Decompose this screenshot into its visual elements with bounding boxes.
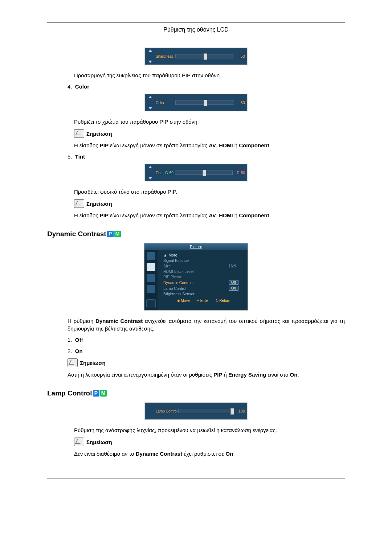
tint-label: Tint [156, 171, 165, 175]
lamp-track[interactable] [178, 409, 234, 413]
dynamic-note-label: Σημείωση [80, 360, 106, 366]
lamp-control-title-row: Lamp Control P M [47, 389, 345, 397]
t: είναι ενεργή μόνον σε τρόπο λειτουργίας [109, 212, 209, 218]
t: AV [209, 212, 216, 218]
tint-desc: Προσθέτει φυσικό τόνο στο παράθυρο PIP. [74, 188, 345, 196]
triangle-up-icon: ▲ [163, 253, 167, 257]
color-slider[interactable]: Color 50 [144, 94, 248, 111]
return-icon: ↻ [216, 299, 219, 303]
sharpness-thumb[interactable] [204, 53, 207, 60]
osd-row-dynamic-contrast[interactable]: Dynamic Contrast : Off [163, 280, 244, 285]
color-note-label: Σημείωση [86, 131, 112, 137]
color-num: 4. [68, 83, 72, 90]
t: Αυτή η λειτουργία είναι απενεργοποιημένη… [68, 372, 213, 378]
sharpness-value: 50 [237, 54, 245, 58]
t: . [233, 451, 234, 457]
note-icon [74, 129, 84, 138]
tint-track[interactable] [175, 171, 233, 175]
t: . [269, 212, 271, 218]
osd-tab-icon[interactable] [146, 299, 156, 308]
note-icon [68, 358, 78, 367]
dynamic-block: Η ρύθμιση Dynamic Contrast ανιχνεύει αυτ… [47, 317, 345, 378]
sharpness-block: Προσαρμογή της ευκρίνειας του παράθυρου … [47, 71, 345, 79]
lamp-block: Ρύθμιση της ανάστροφης λυχνίας, προκειμέ… [47, 426, 345, 457]
note-icon [74, 199, 84, 208]
lamp-slider[interactable]: Lamp Control 100 [144, 402, 248, 420]
lamp-control-title: Lamp Control [47, 389, 92, 397]
osd-row-label: Dynamic Contrast [163, 280, 226, 285]
dynamic-contrast-title: Dynamic Contrast [47, 230, 106, 238]
tint-g-value: 50 [170, 171, 173, 175]
t: Δεν είναι διαθέσιμο αν το [74, 451, 136, 457]
osd-tab-icon[interactable] [147, 252, 155, 260]
sharpness-desc: Προσαρμογή της ευκρίνειας του παράθυρου … [74, 71, 345, 79]
arrow-up-icon [148, 166, 152, 168]
page-title: Ρύθμιση της οθόνης LCD [47, 26, 345, 33]
t: Component [239, 212, 269, 218]
dynamic-list1: 1. Off [68, 336, 345, 344]
option-off: Off [75, 337, 83, 343]
color-heading-row: 4. Color [47, 83, 345, 90]
t: Dynamic Contrast [95, 318, 143, 324]
dynamic-osd-menu: Picture ▲ More Signal Balance Size [144, 243, 248, 311]
sharpness-slider-widget: Sharpness 50 [144, 48, 248, 65]
osd-menu-title: Picture [144, 243, 248, 250]
lamp-note2-text: Δεν είναι διαθέσιμο αν το Dynamic Contra… [74, 450, 345, 457]
osd-row-brightness-sensor[interactable]: Brightness Sensor [163, 292, 244, 296]
osd-row-label: HDMI Black Level [163, 269, 244, 274]
t: HDMI [219, 212, 233, 218]
tint-num: 5. [68, 153, 72, 160]
osd-row-more[interactable]: ▲ More [163, 253, 244, 257]
sharpness-slider[interactable]: Sharpness 50 [144, 48, 248, 65]
t: είναι στο [266, 372, 290, 378]
osd-row-signal-balance[interactable]: Signal Balance [163, 258, 244, 263]
tint-heading-row: 5. Tint [47, 153, 345, 160]
arrow-up-icon [148, 49, 152, 52]
tint-slider[interactable]: Tint G 50 R 50 [144, 164, 248, 181]
tint-block: Προσθέτει φυσικό τόνο στο παράθυρο PIP. … [47, 188, 345, 219]
arrow-up-icon [148, 96, 152, 98]
badge-m-icon: M [114, 231, 121, 237]
color-thumb[interactable] [204, 100, 207, 106]
osd-tab-icon[interactable] [147, 274, 155, 282]
pm-badges: P M [107, 231, 121, 237]
lamp-note-label: Σημείωση [86, 439, 112, 445]
osd-row-label: Brightness Sensor [163, 292, 244, 296]
osd-row-lamp-control[interactable]: Lamp Control : On [163, 286, 244, 291]
lamp-thumb[interactable] [230, 408, 234, 415]
color-desc: Ρυθμίζει το χρώμα του παράθυρου PIP στην… [74, 118, 345, 126]
t: Η ρύθμιση [68, 318, 95, 324]
dynamic-list2: 2. On [68, 347, 345, 355]
osd-row-value: Off [229, 280, 238, 285]
color-label: Color [156, 101, 175, 105]
lamp-desc: Ρύθμιση της ανάστροφης λυχνίας, προκειμέ… [74, 426, 345, 434]
osd-row-size[interactable]: Size : 16:9 [163, 264, 244, 268]
t: HDMI [219, 142, 233, 148]
sharpness-label: Sharpness [156, 54, 175, 58]
t: είναι ενεργή μόνον σε τρόπο λειτουργίας [109, 142, 209, 148]
osd-row-label: Signal Balance [163, 258, 244, 263]
tint-note-row: Σημείωση [74, 199, 345, 208]
osd-tab-picture-icon[interactable] [147, 263, 155, 271]
t: PIP [213, 372, 222, 378]
t: On [226, 451, 233, 457]
osd-row-label: PIP Picture [163, 275, 244, 279]
tint-r-value: 50 [241, 171, 245, 175]
osd-row-value: 16:9 [229, 264, 236, 268]
arrow-down-icon [148, 107, 152, 110]
color-track[interactable] [175, 100, 234, 105]
option-on: On [75, 348, 83, 354]
tint-thumb[interactable] [203, 170, 206, 176]
color-value: 50 [237, 100, 245, 105]
slider-arrows [145, 164, 156, 181]
badge-p-icon: P [107, 231, 114, 237]
t: 1. [68, 337, 72, 343]
dynamic-desc: Η ρύθμιση Dynamic Contrast ανιχνεύει αυτ… [68, 317, 345, 332]
sharpness-track[interactable] [175, 54, 234, 58]
dynamic-note-text: Αυτή η λειτουργία είναι απενεργοποιημένη… [68, 371, 345, 378]
tint-slider-widget: Tint G 50 R 50 [144, 164, 248, 181]
osd-tab-icon[interactable] [147, 285, 155, 293]
color-heading: Color [75, 83, 89, 90]
badge-p-icon: P [93, 390, 99, 397]
slider-arrows [145, 48, 156, 65]
